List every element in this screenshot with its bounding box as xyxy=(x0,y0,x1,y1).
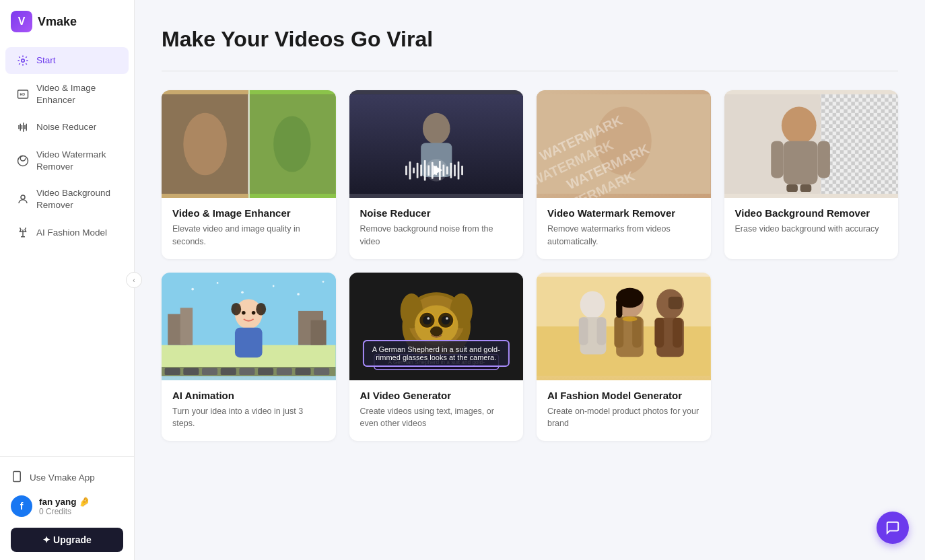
card-body-bgremove: Video Background Remover Erase video bac… xyxy=(724,198,899,246)
card-image-animation xyxy=(162,273,336,380)
sidebar-item-video-watermark-remover[interactable]: Video Watermark Remover xyxy=(5,142,129,179)
card-body-enhancer: Video & Image Enhancer Elevate video and… xyxy=(162,198,336,259)
svg-rect-126 xyxy=(616,299,622,318)
upgrade-button[interactable]: ✦ Upgrade xyxy=(11,528,123,552)
svg-rect-93 xyxy=(314,368,329,374)
svg-rect-87 xyxy=(202,368,217,374)
svg-rect-75 xyxy=(180,308,193,345)
card-desc-enhancer: Elevate video and image quality in secon… xyxy=(172,223,325,248)
svg-rect-114 xyxy=(579,317,588,345)
empty-slot xyxy=(724,273,899,442)
svg-rect-85 xyxy=(165,368,180,374)
svg-rect-90 xyxy=(258,368,273,374)
svg-rect-122 xyxy=(654,318,664,347)
svg-rect-32 xyxy=(413,168,415,173)
svg-rect-123 xyxy=(673,318,682,347)
card-title-watermark: Video Watermark Remover xyxy=(547,207,700,219)
svg-rect-127 xyxy=(669,296,682,308)
card-title-bgremove: Video Background Remover xyxy=(735,207,888,219)
svg-point-73 xyxy=(252,310,256,314)
card-desc-fashion: Create on-model product photos for your … xyxy=(547,405,700,431)
sidebar-nav: Start HD Video & Image Enhancer Noise Re… xyxy=(0,40,134,456)
svg-line-4 xyxy=(26,63,27,65)
bg-remove-icon xyxy=(16,193,30,206)
use-app-label: Use Vmake App xyxy=(30,473,95,483)
card-desc-noise: Remove background noise from the video xyxy=(360,223,513,248)
svg-point-81 xyxy=(273,285,275,287)
svg-rect-119 xyxy=(632,316,642,347)
svg-point-124 xyxy=(622,316,637,321)
card-title-enhancer: Video & Image Enhancer xyxy=(172,207,325,219)
sidebar-item-ai-fashion-model[interactable]: AI Fashion Model xyxy=(5,219,129,246)
svg-rect-44 xyxy=(457,162,459,180)
svg-rect-33 xyxy=(416,163,418,178)
svg-point-83 xyxy=(322,281,324,283)
star-icon xyxy=(16,54,30,67)
svg-rect-64 xyxy=(786,184,798,192)
chat-button[interactable] xyxy=(877,512,909,544)
svg-line-7 xyxy=(19,63,20,65)
svg-rect-88 xyxy=(221,368,236,374)
svg-line-8 xyxy=(26,57,27,58)
logo[interactable]: V Vmake xyxy=(0,0,134,40)
svg-rect-63 xyxy=(771,141,783,178)
sidebar-collapse-button[interactable]: ‹ xyxy=(126,272,142,288)
svg-point-105 xyxy=(427,317,430,320)
user-row[interactable]: f fan yang 🤌 0 Credits xyxy=(11,490,123,522)
card-desc-animation: Turn your idea into a video in just 3 st… xyxy=(172,405,325,431)
sidebar-item-label-video-image-enhancer: Video & Image Enhancer xyxy=(36,82,118,106)
card-title-animation: AI Animation xyxy=(172,390,325,401)
card-title-videogen: AI Video Generator xyxy=(360,390,513,401)
sidebar-item-label-ai-fashion-model: AI Fashion Model xyxy=(36,227,107,239)
sidebar-item-video-image-enhancer[interactable]: HD Video & Image Enhancer xyxy=(5,75,129,112)
svg-rect-115 xyxy=(597,317,607,345)
svg-rect-19 xyxy=(13,472,21,482)
svg-rect-34 xyxy=(420,164,422,176)
phone-icon xyxy=(11,470,23,485)
card-image-bgremove xyxy=(724,90,899,198)
card-video-background-remover[interactable]: Video Background Remover Erase video bac… xyxy=(724,90,899,259)
card-video-watermark-remover[interactable]: WATERMARK WATERMARK WATERMARK WATERMARK … xyxy=(537,90,711,259)
watermark-icon xyxy=(16,154,30,168)
avatar: f xyxy=(11,495,32,517)
card-body-videogen: AI Video Generator Create videos using t… xyxy=(349,380,524,442)
fashion-icon xyxy=(16,225,30,239)
svg-point-79 xyxy=(217,281,219,283)
svg-point-24 xyxy=(273,116,310,172)
svg-point-82 xyxy=(297,293,300,295)
svg-rect-42 xyxy=(450,163,452,178)
card-body-watermark: Video Watermark Remover Remove watermark… xyxy=(537,198,711,259)
svg-point-60 xyxy=(781,107,816,144)
svg-point-28 xyxy=(422,113,450,144)
card-image-enhancer xyxy=(162,90,336,198)
sidebar-item-noise-reducer[interactable]: Noise Reducer xyxy=(5,114,129,141)
svg-point-104 xyxy=(441,316,450,324)
svg-rect-69 xyxy=(235,327,263,357)
svg-rect-62 xyxy=(817,141,829,178)
card-video-image-enhancer[interactable]: Video & Image Enhancer Elevate video and… xyxy=(162,90,336,259)
card-body-animation: AI Animation Turn your idea into a video… xyxy=(162,380,336,442)
card-desc-bgremove: Erase video background with accuracy xyxy=(735,223,888,236)
card-ai-animation[interactable]: AI Animation Turn your idea into a video… xyxy=(162,273,336,442)
svg-rect-86 xyxy=(183,368,199,374)
main-content: Make Your Videos Go Viral Video & Image … xyxy=(135,0,925,560)
card-noise-reducer[interactable]: Noise Reducer Remove background noise fr… xyxy=(349,90,524,259)
svg-point-78 xyxy=(191,287,194,290)
card-ai-fashion-model[interactable]: AI Fashion Model Generator Create on-mod… xyxy=(537,273,711,442)
svg-rect-31 xyxy=(409,162,411,180)
use-app-item[interactable]: Use Vmake App xyxy=(11,465,123,490)
sidebar-item-start[interactable]: Start xyxy=(5,47,129,74)
card-image-videogen: A German Shepherd in a suit and gold- A … xyxy=(349,273,524,380)
card-image-fashion xyxy=(537,273,711,380)
sidebar-item-video-background-remover[interactable]: Video Background Remover xyxy=(5,180,129,217)
card-body-noise: Noise Reducer Remove background noise fr… xyxy=(349,198,524,259)
sidebar-item-label-start: Start xyxy=(36,55,56,67)
user-info: fan yang 🤌 0 Credits xyxy=(39,496,90,516)
card-body-fashion: AI Fashion Model Generator Create on-mod… xyxy=(537,380,711,442)
card-ai-video-generator[interactable]: A German Shepherd in a suit and gold- A … xyxy=(349,273,524,442)
svg-rect-118 xyxy=(614,316,623,347)
svg-rect-43 xyxy=(454,164,456,176)
sidebar: V Vmake Start HD xyxy=(0,0,135,560)
svg-point-112 xyxy=(580,291,605,318)
svg-point-70 xyxy=(231,302,241,314)
